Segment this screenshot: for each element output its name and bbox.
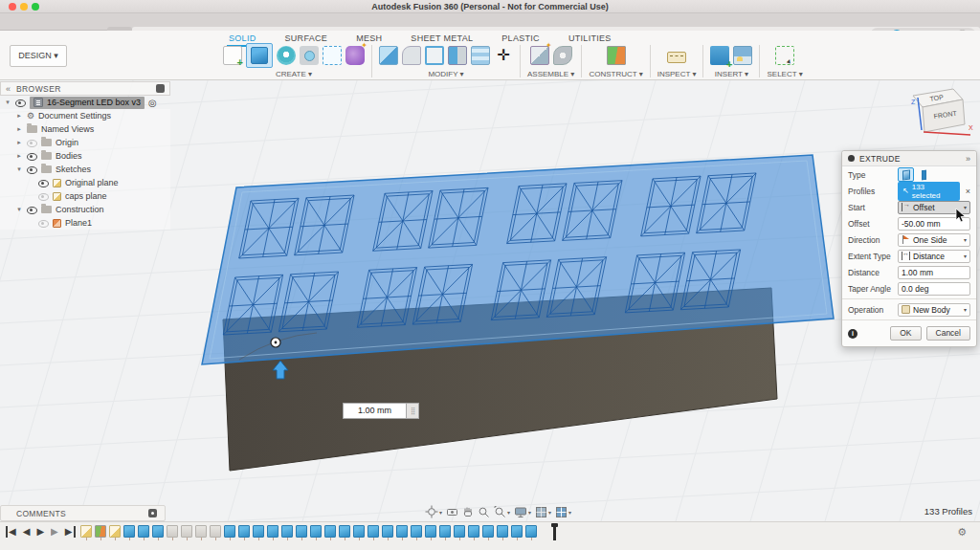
pan-icon[interactable] xyxy=(462,506,474,518)
timeline-extrude-feature[interactable] xyxy=(324,525,336,538)
new-component-icon[interactable] xyxy=(530,46,549,65)
timeline-extrude-feature[interactable] xyxy=(468,525,479,538)
timeline-sketch-feature[interactable] xyxy=(109,525,121,538)
workspace-selector-design[interactable]: DESIGN ▾ xyxy=(10,45,67,67)
browser-item-label[interactable]: Construction xyxy=(56,205,104,214)
cancel-button[interactable]: Cancel xyxy=(926,326,970,341)
create-group-label[interactable]: CREATE ▾ xyxy=(276,70,312,78)
timeline-extrude-feature[interactable] xyxy=(123,525,135,538)
ok-button[interactable]: OK xyxy=(890,326,921,341)
timeline-extrude-feature[interactable] xyxy=(267,525,278,538)
timeline-gear-icon[interactable]: ⚙ xyxy=(957,526,967,539)
timeline-suppressed-feature[interactable] xyxy=(195,525,207,538)
timeline-extrude-feature[interactable] xyxy=(439,525,451,538)
timeline-extrude-feature[interactable] xyxy=(482,525,494,538)
timeline-plane-feature[interactable] xyxy=(95,525,106,538)
type-extrude-button[interactable] xyxy=(898,167,914,182)
timeline-extrude-feature[interactable] xyxy=(353,525,365,538)
joint-icon[interactable] xyxy=(553,46,572,65)
timeline-extrude-feature[interactable] xyxy=(382,525,393,538)
browser-item-origin[interactable]: ▸Origin xyxy=(0,136,170,149)
timeline-extrude-feature[interactable] xyxy=(339,525,350,538)
create-form-icon[interactable] xyxy=(345,46,365,65)
profiles-clear-icon[interactable]: × xyxy=(966,187,970,196)
visibility-eye-icon[interactable] xyxy=(38,179,49,187)
extrude-tool-icon-active[interactable] xyxy=(246,43,273,68)
skip-to-end-button[interactable]: ▶ xyxy=(65,526,76,538)
create-sketch-icon[interactable] xyxy=(223,46,242,65)
zoom-icon[interactable] xyxy=(478,506,490,518)
browser-item-original-plane[interactable]: Original plane xyxy=(0,176,170,189)
mac-zoom-button[interactable] xyxy=(32,3,39,11)
browser-item-sketches[interactable]: ▾Sketches xyxy=(0,163,170,176)
timeline-extrude-feature[interactable] xyxy=(224,525,235,538)
timeline-extrude-feature[interactable] xyxy=(411,525,422,538)
tree-expand-arrow[interactable]: ▸ xyxy=(15,152,23,160)
browser-item-label[interactable]: Plane1 xyxy=(65,218,92,228)
timeline-playhead[interactable] xyxy=(553,523,556,540)
canvas-icon[interactable] xyxy=(733,46,752,65)
browser-item-label[interactable]: Origin xyxy=(56,138,78,147)
extrude-dialog-header[interactable]: EXTRUDE » xyxy=(842,151,976,166)
browser-item-label[interactable]: Named Views xyxy=(41,124,94,134)
activate-component-radio[interactable]: ◎ xyxy=(148,98,157,108)
timeline-extrude-feature[interactable] xyxy=(368,525,379,538)
dimension-value-field[interactable]: 1.00 mm xyxy=(343,403,407,419)
skip-to-start-button[interactable]: ◀ xyxy=(6,526,16,538)
distance-input[interactable]: 1.00 mm xyxy=(898,266,970,279)
timeline-extrude-feature[interactable] xyxy=(152,525,164,538)
hole-icon[interactable] xyxy=(300,46,319,65)
profiles-selected-chip[interactable]: ↖ 133 selected xyxy=(898,182,960,201)
comments-panel[interactable]: COMMENTS xyxy=(0,505,166,521)
comments-icon[interactable] xyxy=(148,509,157,517)
shell-icon[interactable] xyxy=(425,46,444,65)
timeline-extrude-feature[interactable] xyxy=(396,525,408,538)
browser-item-label[interactable]: caps plane xyxy=(65,191,107,201)
tree-expand-arrow[interactable]: ▸ xyxy=(15,112,23,120)
operation-dropdown[interactable]: New Body ▾ xyxy=(898,303,970,317)
browser-item-document-settings[interactable]: ▸⚙Document Settings xyxy=(0,109,170,122)
visibility-eye-icon[interactable] xyxy=(27,165,37,174)
timeline-extrude-feature[interactable] xyxy=(497,525,508,538)
step-forward-button[interactable]: ▶ xyxy=(51,526,58,538)
timeline-extrude-feature[interactable] xyxy=(310,525,322,538)
timeline-suppressed-feature[interactable] xyxy=(181,525,192,538)
browser-item-label[interactable]: Sketches xyxy=(56,165,91,174)
select-group-label[interactable]: SELECT ▾ xyxy=(767,70,802,78)
root-expand-arrow[interactable]: ▾ xyxy=(4,99,11,106)
inspect-group-label[interactable]: INSPECT ▾ xyxy=(657,70,697,78)
tree-expand-arrow[interactable]: ▸ xyxy=(15,139,23,146)
fit-icon[interactable]: ▾ xyxy=(494,506,510,518)
timeline-extrude-feature[interactable] xyxy=(296,525,307,538)
direction-dropdown[interactable]: One Side ▾ xyxy=(898,233,970,247)
visibility-eye-icon[interactable] xyxy=(27,152,37,161)
root-component-name[interactable]: 16-Segment LED box v3 xyxy=(47,98,141,107)
browser-item-named-views[interactable]: ▸Named Views xyxy=(0,122,170,136)
timeline-extrude-feature[interactable] xyxy=(138,525,149,538)
browser-root-row[interactable]: ▾ 16-Segment LED box v3 ◎ xyxy=(0,96,170,109)
tree-expand-arrow[interactable]: ▸ xyxy=(15,125,23,133)
mac-close-button[interactable] xyxy=(9,3,16,11)
info-icon[interactable]: i xyxy=(848,329,858,339)
taper-angle-input[interactable]: 0.0 deg xyxy=(898,282,970,296)
fillet-icon[interactable] xyxy=(402,46,421,65)
construct-group-label[interactable]: CONSTRUCT ▾ xyxy=(589,70,642,78)
press-pull-icon[interactable] xyxy=(379,46,398,65)
browser-item-label[interactable]: Original plane xyxy=(65,178,119,187)
mac-minimize-button[interactable] xyxy=(20,3,28,11)
select-tool-icon[interactable] xyxy=(775,46,794,65)
measure-icon[interactable] xyxy=(667,52,686,63)
assemble-group-label[interactable]: ASSEMBLE ▾ xyxy=(527,70,574,78)
step-back-button[interactable]: ◀ xyxy=(23,526,31,538)
timeline-suppressed-feature[interactable] xyxy=(210,525,221,538)
play-button[interactable]: ▶ xyxy=(36,526,44,538)
viewports-icon[interactable]: ▾ xyxy=(555,506,571,518)
timeline-extrude-feature[interactable] xyxy=(281,525,293,538)
timeline-extrude-feature[interactable] xyxy=(454,525,465,538)
dimension-input-box[interactable]: 1.00 mm ⣿ xyxy=(343,403,419,419)
insert-derive-icon[interactable] xyxy=(710,46,729,65)
pattern-icon[interactable] xyxy=(323,46,342,65)
visibility-eye-icon[interactable] xyxy=(38,219,49,228)
tree-expand-arrow[interactable]: ▾ xyxy=(15,165,23,173)
browser-item-construction[interactable]: ▾Construction xyxy=(0,203,170,216)
